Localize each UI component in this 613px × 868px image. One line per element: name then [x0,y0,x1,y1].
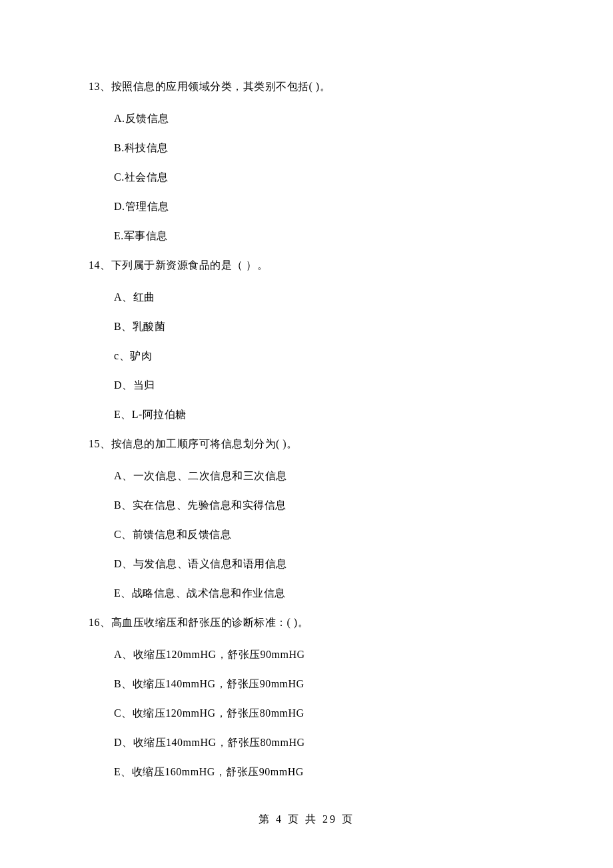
question-stem: 14、下列属于新资源食品的是（ ）。 [89,257,524,273]
question-14: 14、下列属于新资源食品的是（ ）。 A、红曲 B、乳酸菌 c、驴肉 D、当归 … [89,257,524,423]
option-list: A、一次信息、二次信息和三次信息 B、实在信息、先验信息和实得信息 C、前馈信息… [89,468,524,601]
option-item: A、收缩压120mmHG，舒张压90mmHG [114,647,524,663]
option-item: B、乳酸菌 [114,319,524,335]
option-item: c、驴肉 [114,348,524,364]
option-item: D、当归 [114,377,524,393]
option-item: A、红曲 [114,289,524,305]
option-item: C、收缩压120mmHG，舒张压80mmHG [114,705,524,721]
option-item: A.反馈信息 [114,111,524,127]
option-item: C.社会信息 [114,169,524,185]
option-item: E.军事信息 [114,228,524,244]
option-item: B、收缩压140mmHG，舒张压90mmHG [114,676,524,692]
option-item: B、实在信息、先验信息和实得信息 [114,497,524,513]
option-item: E、战略信息、战术信息和作业信息 [114,585,524,601]
page-content: 13、按照信息的应用领域分类，其类别不包括( )。 A.反馈信息 B.科技信息 … [0,0,613,780]
option-list: A、红曲 B、乳酸菌 c、驴肉 D、当归 E、L-阿拉伯糖 [89,289,524,423]
question-15: 15、按信息的加工顺序可将信息划分为( )。 A、一次信息、二次信息和三次信息 … [89,436,524,601]
option-item: D.管理信息 [114,199,524,215]
option-item: E、L-阿拉伯糖 [114,407,524,423]
page-footer: 第 4 页 共 29 页 [0,813,613,827]
question-16: 16、高血压收缩压和舒张压的诊断标准：( )。 A、收缩压120mmHG，舒张压… [89,615,524,780]
option-item: D、收缩压140mmHG，舒张压80mmHG [114,735,524,751]
question-stem: 16、高血压收缩压和舒张压的诊断标准：( )。 [89,615,524,631]
option-item: E、收缩压160mmHG，舒张压90mmHG [114,764,524,780]
option-item: A、一次信息、二次信息和三次信息 [114,468,524,484]
question-stem: 13、按照信息的应用领域分类，其类别不包括( )。 [89,79,524,95]
option-item: C、前馈信息和反馈信息 [114,527,524,543]
option-list: A.反馈信息 B.科技信息 C.社会信息 D.管理信息 E.军事信息 [89,111,524,244]
option-item: B.科技信息 [114,140,524,156]
option-item: D、与发信息、语义信息和语用信息 [114,556,524,572]
question-13: 13、按照信息的应用领域分类，其类别不包括( )。 A.反馈信息 B.科技信息 … [89,79,524,244]
option-list: A、收缩压120mmHG，舒张压90mmHG B、收缩压140mmHG，舒张压9… [89,647,524,780]
question-stem: 15、按信息的加工顺序可将信息划分为( )。 [89,436,524,452]
